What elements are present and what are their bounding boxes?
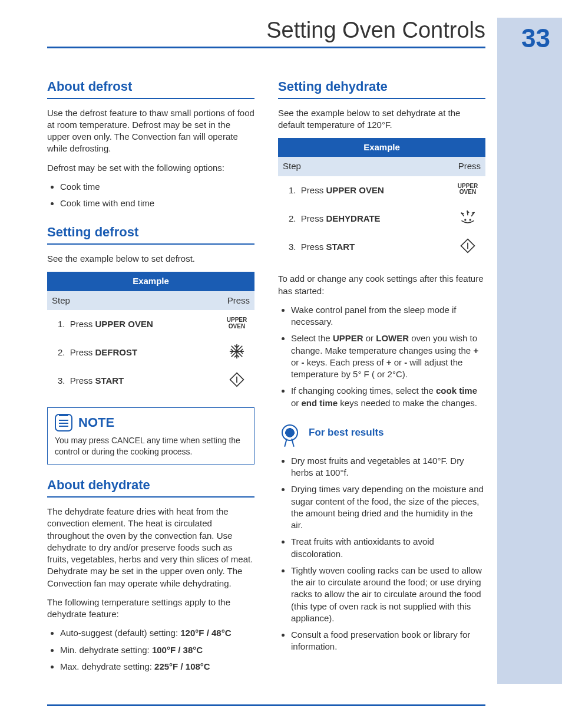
list-item: Treat fruits with antioxidants to avoid … <box>291 536 485 560</box>
dehydrate-example-table: Example Step Press 1. Press UPPER OVEN U… <box>278 138 485 261</box>
paragraph: See the example below to set defrost. <box>47 253 254 265</box>
right-column: Setting dehydrate See the example below … <box>278 78 485 681</box>
list-item: Wake control panel from the sleep mode i… <box>291 304 485 328</box>
paragraph: The dehydrate feature dries with heat fr… <box>47 506 254 589</box>
footer-rule <box>47 704 485 706</box>
snowflake-icon <box>229 343 245 360</box>
start-diamond-icon <box>459 238 476 254</box>
list-item: Consult a food preservation book or libr… <box>291 629 485 653</box>
table-row: 2. Press DEHYDRATE <box>278 205 485 233</box>
best-results-list: Dry most fruits and vegetables at 140°F.… <box>291 455 485 653</box>
list-item: Cook time <box>60 181 254 193</box>
col-step: Step <box>278 157 450 176</box>
defrost-options-list: Cook time Cook time with end time <box>60 181 254 210</box>
table-row: 1. Press UPPER OVEN UPPEROVEN <box>278 176 485 205</box>
heading-about-dehydrate: About dehydrate <box>47 476 254 498</box>
col-step: Step <box>47 291 219 310</box>
page-tab <box>497 18 562 684</box>
list-item: Drying times vary depending on the moist… <box>291 483 485 531</box>
paragraph: Use the defrost feature to thaw small po… <box>47 107 254 155</box>
paragraph: Defrost may be set with the following op… <box>47 162 254 174</box>
col-press: Press <box>450 157 485 176</box>
manual-page: 33 Setting Oven Controls About defrost U… <box>0 0 562 728</box>
start-diamond-icon <box>229 371 245 388</box>
table-title: Example <box>278 138 485 157</box>
heading-setting-dehydrate: Setting dehydrate <box>278 78 485 99</box>
col-press: Press <box>219 291 254 310</box>
table-title: Example <box>47 272 254 291</box>
svg-point-7 <box>470 220 471 221</box>
dehydrate-icon <box>459 208 477 226</box>
page-header: Setting Oven Controls <box>47 18 485 48</box>
list-item: Max. dehydrate setting: 225°F / 108°C <box>60 661 254 673</box>
heading-about-defrost: About defrost <box>47 78 254 99</box>
best-results-header: For best results <box>278 420 485 447</box>
defrost-example-table: Example Step Press 1. Press UPPER OVEN U… <box>47 272 254 395</box>
svg-point-6 <box>465 220 466 221</box>
table-row: 3. Press START <box>47 367 254 395</box>
note-title: NOTE <box>78 414 114 431</box>
page-number: 33 <box>521 24 550 53</box>
best-results-title: For best results <box>309 426 384 440</box>
list-item: Min. dehydrate setting: 100°F / 38°C <box>60 644 254 656</box>
dehydrate-settings-list: Auto-suggest (default) setting: 120°F / … <box>60 627 254 673</box>
heading-setting-defrost: Setting defrost <box>47 223 254 245</box>
page-title: Setting Oven Controls <box>266 18 485 43</box>
note-icon <box>55 414 72 431</box>
paragraph: See the example below to set dehydrate a… <box>278 107 485 131</box>
upper-oven-icon: UPPEROVEN <box>227 317 247 330</box>
list-item: Select the UPPER or LOWER oven you wish … <box>291 332 485 380</box>
list-item: Auto-suggest (default) setting: 120°F / … <box>60 627 254 639</box>
after-start-list: Wake control panel from the sleep mode i… <box>291 304 485 409</box>
note-body: You may press CANCEL any time when setti… <box>55 435 247 457</box>
content-columns: About defrost Use the defrost feature to… <box>47 78 485 681</box>
table-row: 2. Press DEFROST <box>47 338 254 367</box>
list-item: If changing cooking times, select the co… <box>291 385 485 409</box>
paragraph: To add or change any cook settings after… <box>278 273 485 297</box>
ribbon-icon <box>278 420 302 447</box>
paragraph: The following temperature settings apply… <box>47 597 254 621</box>
note-box: NOTE You may press CANCEL any time when … <box>47 407 254 465</box>
list-item: Dry most fruits and vegetables at 140°F.… <box>291 455 485 479</box>
table-row: 1. Press UPPER OVEN UPPEROVEN <box>47 310 254 338</box>
left-column: About defrost Use the defrost feature to… <box>47 78 254 681</box>
upper-oven-icon: UPPEROVEN <box>458 183 478 196</box>
list-item: Tightly woven cooling racks can be used … <box>291 565 485 624</box>
list-item: Cook time with end time <box>60 197 254 209</box>
table-row: 3. Press START <box>278 233 485 261</box>
